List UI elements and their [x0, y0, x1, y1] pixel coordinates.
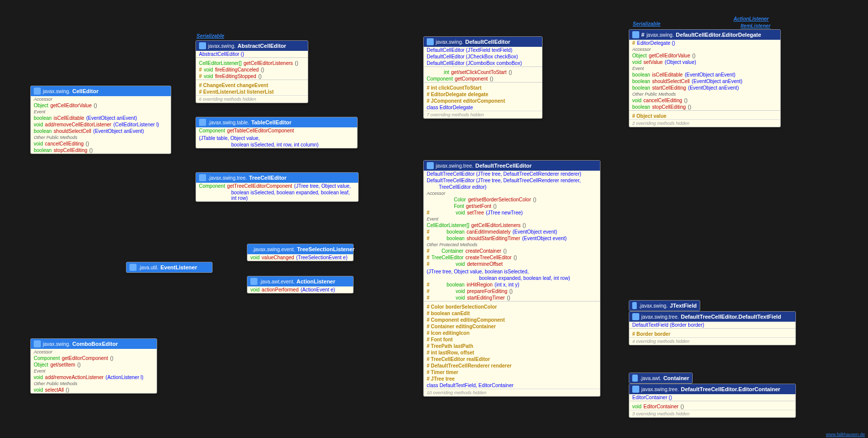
field-tree: # JTree tree — [424, 376, 600, 382]
ctor-dce-3: DefaultCellEditor (JComboBox comboBox) — [424, 60, 542, 66]
title-celleditor: javax.swing.CellEditor — [31, 86, 171, 96]
field-delegate: # EditorDelegate delegate — [424, 91, 542, 98]
field-changeevent: # ChangeEvent changeEvent — [196, 82, 308, 89]
title-actionlistener: .java.awt.event.ActionListener — [247, 276, 353, 286]
box-actionlistener: .java.awt.event.ActionListener void acti… — [247, 276, 354, 294]
method-getcelleditorlisteners: CellEditorListener[] getCellEditorListen… — [196, 60, 308, 66]
method-stopcellediting-ed: boolean stopCellEditing() — [629, 104, 780, 110]
method-settree: # void setTree (JTree newTree) — [424, 209, 600, 216]
field-renderer: # DefaultTreeCellRenderer renderer — [424, 362, 600, 369]
method-starteditingtimer: # void startEditingTimer() — [424, 295, 600, 301]
section-event-dtce: Event — [424, 216, 600, 222]
section-event-cb: Event — [31, 368, 157, 374]
hidden-dce: 7 overriding methods hidden — [424, 111, 542, 118]
footer-link[interactable]: www.falkhausen.de — [826, 432, 865, 437]
section-accessor: Accessor — [31, 96, 171, 102]
interface-icon — [34, 340, 41, 347]
interface-icon — [199, 119, 206, 126]
method-params-2b: boolean isSelected, boolean expanded, bo… — [196, 189, 358, 201]
title-abstractcelleditor: javax.swing.AbstractCellEditor — [196, 41, 308, 51]
method-actionperformed: void actionPerformed (ActionEvent e) — [247, 286, 353, 293]
method-addremovelistener: void add/removeCellEditorListener (CellE… — [31, 121, 171, 128]
interface-icon — [250, 278, 257, 285]
box-jtextfield: .javax.swing.JTextField — [629, 300, 700, 311]
section-accessor-cb: Accessor — [31, 349, 157, 355]
method-createtreecelleditor: # TreeCellEditor createTreeCellEditor() — [424, 254, 600, 261]
field-timer: # Timer timer — [424, 369, 600, 376]
section-event: Event — [31, 109, 171, 115]
class-icon — [199, 42, 206, 49]
field-lastrowoffset: # int lastRow, offset — [424, 349, 600, 356]
class-icon — [632, 375, 638, 382]
method-valuechanged: void valueChanged (TreeSelectionEvent e) — [247, 254, 353, 261]
ctor-editorcontainer: EditorContainer () — [629, 394, 795, 401]
method-gettreecelleditorcomponent: Component getTreeCellEditorComponent (JT… — [196, 183, 358, 189]
hidden-ed: 2 overriding methods hidden — [629, 119, 780, 127]
method-createcontainer: # Container createContainer() — [424, 248, 600, 254]
method-getsetitem: Object get/setItem() — [31, 361, 157, 368]
box-editordelegate: # javax.swing.DefaultCellEditor.EditorDe… — [629, 29, 781, 127]
nested-editordelegate: class EditorDelegate — [424, 104, 542, 111]
method-addremoveactionlistener: void add/removeActionListener (ActionLis… — [31, 374, 157, 381]
title-treecelleditor: .javax.swing.tree.TreeCellEditor — [196, 173, 358, 183]
method-startcellediting: boolean startCellEditing (EventObject an… — [629, 85, 780, 91]
method-gettablecelleditorcomponent: Component getTableCellEditorComponent (J… — [196, 127, 357, 141]
ctor-dtce-2b: TreeCellEditor editor) — [424, 184, 600, 190]
method-params-2: boolean isSelected, int row, int column) — [196, 141, 357, 148]
ctor-dtce-2: DefaultTreeCellEditor (JTree tree, Defau… — [424, 177, 600, 184]
interface-icon — [34, 88, 41, 95]
field-border: # Border border — [629, 331, 795, 337]
field-realeditor: # TreeCellEditor realEditor — [424, 356, 600, 362]
title-container: .java.awt.Container — [629, 373, 692, 383]
section-accessor-ed: Accessor — [629, 46, 780, 52]
class-icon — [632, 31, 639, 38]
box-tablecelleditor: .javax.swing.table.TableCellEditor Compo… — [195, 117, 358, 149]
field-listenerlist: # EventListenerList listenerList — [196, 89, 308, 95]
box-abstractcelleditor: javax.swing.AbstractCellEditor AbstractC… — [195, 40, 308, 103]
section-event-ed: Event — [629, 65, 780, 71]
box-editorcontainer: javax.swing.tree.DefaultTreeCellEditor.E… — [629, 384, 796, 418]
ctor-editordelegate: # EditorDelegate () — [629, 40, 780, 46]
method-getcelleditorvalue-ed: Object getCellEditorValue() — [629, 52, 780, 59]
method-fireeditingstopped: # void fireEditingStopped() — [196, 73, 308, 80]
ctor-defaulttextfield: DefaultTextField (Border border) — [629, 322, 795, 328]
box-celleditor: javax.swing.CellEditor Accessor Object g… — [30, 86, 171, 154]
method-shouldselectcell: boolean shouldSelectCell (EventObject an… — [31, 128, 171, 134]
method-determineoffset-2: boolean expanded, boolean leaf, int row) — [424, 275, 600, 281]
box-treeselectionlistener: .javax.swing.event.TreeSelectionListener… — [247, 244, 354, 261]
field-lastpath: # TreePath lastPath — [424, 343, 600, 349]
ctor-dce-1: DefaultCellEditor (JTextField textField) — [424, 47, 542, 53]
box-treecelleditor: .javax.swing.tree.TreeCellEditor Compone… — [195, 172, 359, 202]
method-getcelleditorvalue: Object getCellEditorValue() — [31, 102, 171, 109]
class-icon — [427, 162, 434, 169]
box-defaultcelleditor: javax.swing.DefaultCellEditor DefaultCel… — [423, 36, 543, 119]
title-defaulttreecelleditor: javax.swing.tree.DefaultTreeCellEditor — [424, 161, 600, 171]
hidden-methods: 6 overriding methods hidden — [196, 95, 308, 103]
field-font: # Font font — [424, 336, 600, 343]
method-prepareforediting: # void prepareForEditing() — [424, 288, 600, 295]
title-treeselectionlistener: .javax.swing.event.TreeSelectionListener — [247, 244, 353, 254]
class-icon — [632, 313, 639, 320]
interface-icon — [199, 174, 206, 181]
method-inhitregion: # boolean inHitRegion (int x, int y) — [424, 281, 600, 288]
field-borderselectioncolor: # Color borderSelectionColor — [424, 304, 600, 310]
box-container: .java.awt.Container — [629, 373, 693, 384]
diagram-canvas: Serializable Serializable ActionListener… — [0, 0, 868, 438]
section-other-cb: Other Public Methods — [31, 381, 157, 387]
method-shouldselectcell-ed: boolean shouldSelectCell (EventObject an… — [629, 78, 780, 85]
hidden-ec: 3 overriding methods hidden — [629, 410, 795, 417]
field-value: # Object value — [629, 113, 780, 119]
method-getcelleditorlisteners-dtce: CellEditorListener[] getCellEditorListen… — [424, 222, 600, 229]
ctor-abstractcelleditor: AbstractCellEditor () — [196, 51, 308, 57]
title-editordelegate: # javax.swing.DefaultCellEditor.EditorDe… — [629, 30, 780, 40]
section-other: Other Public Methods — [31, 134, 171, 140]
box-defaulttextfield: javax.swing.tree.DefaultTreeCellEditor.D… — [629, 311, 796, 345]
section-accessor-dtce: Accessor — [424, 190, 600, 196]
method-geteditorcomponent: Component getEditorComponent() — [31, 355, 157, 361]
method-determineoffset: # void determineOffset (JTree tree, Obje… — [424, 261, 600, 275]
title-comboboxeditor: javax.swing.ComboBoxEditor — [31, 339, 157, 349]
method-getsetbordercolor: Color get/setBorderSelectionColor() — [424, 196, 600, 203]
impl-itemlistener: ItemListener — [741, 23, 770, 29]
title-defaultcelleditor: javax.swing.DefaultCellEditor — [424, 37, 542, 47]
method-iscelleditable: boolean isCellEditable (EventObject anEv… — [31, 115, 171, 121]
